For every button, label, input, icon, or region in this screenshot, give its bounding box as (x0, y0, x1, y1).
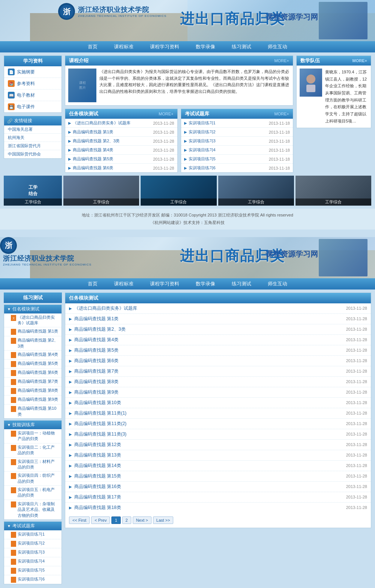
sidebar-item-syllabus[interactable]: 📄 实施纲要 (4, 66, 62, 78)
sidebar2-item[interactable]: 文 《进出口商品归类实务》试题库 (4, 313, 62, 328)
page2-site-logo[interactable]: 浙 浙江经济职业技术学院 ZHEJIANG TECHNICAL INSTITUT… (0, 237, 375, 266)
item-title[interactable]: 实训项目练习3 (189, 138, 269, 144)
item-title[interactable]: 商品编码查找题 第17类 (74, 494, 346, 500)
item-title[interactable]: 商品编码查找题 第10类 (74, 400, 346, 406)
sidebar2-item[interactable]: 实训项目练习1 (4, 530, 62, 539)
bullet-icon: ▶ (68, 130, 71, 134)
page-2-button[interactable]: 2 (122, 516, 131, 524)
page2-nav-material[interactable]: 课程学习资料 (142, 281, 188, 287)
sidebar2-item[interactable]: 商品编码查找题 第6类 (4, 369, 62, 378)
item-title[interactable]: 商品编码查找题 第18类 (74, 504, 346, 511)
sidebar2-item[interactable]: 实训项目练习3 (4, 548, 62, 557)
nav-practice[interactable]: 练习测试 (224, 41, 260, 52)
page2-nav-interact[interactable]: 师生互动 (260, 281, 296, 287)
sidebar2-item[interactable]: 商品编码查找题 第2、3类 (4, 336, 62, 351)
sidebar2-item[interactable]: 实训项目二：化工产品的归类 (4, 443, 62, 458)
sidebar2-item[interactable]: 实训项目五：机电产品的归类 (4, 486, 62, 500)
sidebar2-item-text: 实训项目练习6 (18, 576, 45, 582)
item-title[interactable]: 商品编码查找题 第9类 (74, 389, 346, 395)
friend-link-hangzhou[interactable]: 杭州海关 (4, 134, 62, 142)
item-title[interactable]: 商品编码查找题 第11类(3) (74, 431, 346, 437)
sidebar2-item[interactable]: 商品编码查找题 第4类 (4, 351, 62, 360)
item-title[interactable]: 商品编码查找题 第1类 (73, 129, 153, 135)
sidebar2-item[interactable]: 商品编码查找题 第1类 (4, 327, 62, 336)
nav-interact[interactable]: 师生互动 (260, 41, 296, 52)
teacher-more[interactable]: MORE+ (352, 58, 367, 63)
sidebar2-exam-header[interactable]: ▼ 考试试题库 (4, 522, 62, 530)
sidebar2-item[interactable]: 实训项目练习6 (4, 575, 62, 584)
item-title[interactable]: 商品编码查找题 第6类 (73, 165, 153, 171)
next-page-button[interactable]: Next > (133, 516, 152, 524)
sidebar-item-textbook[interactable]: 📖 电子教材 (4, 90, 62, 101)
sidebar-item-courseware[interactable]: 💾 电子课件 (4, 101, 62, 112)
item-date: 2013-11-28 (153, 130, 174, 134)
item-title[interactable]: 商品编码查找题 第1类 (74, 316, 346, 322)
item-title[interactable]: 商品编码查找题 第8类 (74, 379, 346, 385)
page2-nav-home[interactable]: 首页 (80, 281, 106, 287)
item-title[interactable]: 商品编码查找题 第16类 (74, 484, 346, 490)
nav-home[interactable]: 首页 (80, 41, 106, 52)
bullet-icon: ▶ (69, 453, 72, 457)
page2-nav-standard[interactable]: 课程标准 (106, 281, 142, 287)
item-title[interactable]: 商品编码查找题 第4类 (73, 147, 153, 153)
exam-test-more[interactable]: MORE+ (274, 112, 289, 116)
sidebar2-item[interactable]: 实训项目练习5 (4, 566, 62, 575)
bullet-icon: ▶ (69, 401, 72, 405)
item-title[interactable]: 商品编码查找题 第2、3类 (74, 326, 346, 333)
item-title[interactable]: 商品编码查找题 第5类 (74, 347, 346, 354)
sidebar2-item[interactable]: 实训项目练习2 (4, 539, 62, 548)
page-1-button[interactable]: 1 (111, 516, 120, 524)
item-title[interactable]: 商品编码查找题 第14类 (74, 463, 346, 469)
task-test-header: 任务模块测试 MORE+ (65, 109, 177, 119)
item-title[interactable]: 商品编码查找题 第13类 (74, 452, 346, 458)
sidebar2-item[interactable]: 商品编码查找题 第9类 (4, 395, 62, 404)
sidebar2-item[interactable]: 实训项目六：杂项制品及艺术品、收藏及古物的归类 (4, 500, 62, 519)
friend-link-zhejiang[interactable]: 浙江省国际货代月 (4, 142, 62, 150)
nav-video[interactable]: 数学录像 (188, 41, 224, 52)
course-intro-image: 课程图片 (68, 69, 96, 102)
item-title[interactable]: 实训项目练习4 (189, 147, 269, 153)
item-title[interactable]: 商品编码查找题 第2、3类 (73, 138, 153, 144)
item-title[interactable]: 《进出口商品归类实务》试题库 (73, 120, 153, 126)
task-test-more[interactable]: MORE+ (159, 112, 173, 116)
sidebar2-skill-header[interactable]: ▼ 技能训练库 (4, 421, 62, 429)
friend-link-customs[interactable]: 中国海关总署 (4, 125, 62, 134)
content-main: 课程介绍 MORE+ 课程图片 《进出口商品归类实务》为报关与国际货运的核心专业… (65, 55, 293, 173)
friend-link-china[interactable]: 中国国际货代协会 (4, 150, 62, 158)
sidebar2-item[interactable]: 商品编码查找题 第5类 (4, 360, 62, 369)
site-logo[interactable]: 浙 浙江经济职业技术学院 ZHEJIANG TECHNICAL INSTITUT… (58, 3, 375, 20)
sidebar-item-reference[interactable]: 📚 参考资料 (4, 78, 62, 90)
sidebar2-item[interactable]: 商品编码查找题 第10类 (4, 404, 62, 418)
item-title[interactable]: 《进出口商品归类实务》试题库 (74, 305, 346, 312)
list-item: ▶ 《进出口商品归类实务》试题库 2013-11-28 (65, 119, 177, 128)
item-title[interactable]: 商品编码查找题 第6类 (74, 358, 346, 364)
item-title[interactable]: 商品编码查找题 第4类 (74, 337, 346, 343)
item-title[interactable]: 实训项目练习5 (189, 156, 269, 162)
syllabus-label: 实施纲要 (17, 69, 35, 75)
item-title[interactable]: 实训项目练习1 (189, 120, 269, 126)
sidebar2-item[interactable]: 实训项目四：纺织产品的归类 (4, 472, 62, 486)
nav-standard[interactable]: 课程标准 (106, 41, 142, 52)
item-title[interactable]: 商品编码查找题 第12类 (74, 442, 346, 448)
sidebar2-item[interactable]: 实训项目练习4 (4, 557, 62, 566)
sidebar2-item[interactable]: 商品编码查找题 第7类 (4, 378, 62, 387)
photo-label-4: 工学综合 (296, 198, 371, 206)
item-title[interactable]: 实训项目练习2 (189, 129, 269, 135)
sidebar2-item[interactable]: 实训项目一：动植物产品的归类 (4, 429, 62, 443)
page2-nav-video[interactable]: 数学录像 (188, 281, 224, 287)
item-title[interactable]: 商品编码查找题 第7类 (74, 368, 346, 375)
sidebar2-task-header[interactable]: ▼ 任名模块测试 (4, 305, 62, 313)
item-title[interactable]: 商品编码查找题 第5类 (73, 156, 153, 162)
prev-page-button[interactable]: < Prev (91, 516, 110, 524)
item-title[interactable]: 实训项目练习6 (189, 165, 269, 171)
item-title[interactable]: 商品编码查找题 第15类 (74, 473, 346, 479)
sidebar2-item[interactable]: 商品编码查找题 第8类 (4, 387, 62, 395)
sidebar2-item[interactable]: 实训项目三：材料产品的归类 (4, 458, 62, 472)
last-page-button[interactable]: Last >> (153, 516, 174, 524)
nav-material[interactable]: 课程学习资料 (142, 41, 188, 52)
item-title[interactable]: 商品编码查找题 第11类(2) (74, 421, 346, 427)
item-title[interactable]: 商品编码查找题 第11类(1) (74, 410, 346, 416)
page2-nav-practice[interactable]: 练习测试 (224, 281, 260, 287)
course-intro-more[interactable]: MORE+ (274, 58, 289, 63)
first-page-button[interactable]: << First (69, 516, 90, 524)
